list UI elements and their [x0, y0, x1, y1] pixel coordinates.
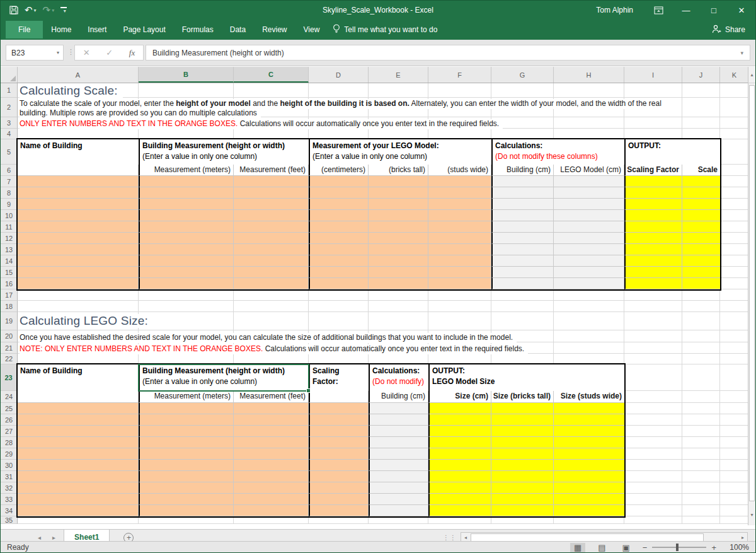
- grid-cell[interactable]: [554, 301, 624, 312]
- grid-cell[interactable]: [720, 139, 749, 165]
- table-cell[interactable]: [624, 210, 682, 221]
- grid-cell[interactable]: [624, 364, 682, 391]
- table-cell[interactable]: LEGO Model (cm): [554, 165, 624, 176]
- grid-cell[interactable]: [624, 482, 682, 494]
- table-cell[interactable]: [234, 482, 309, 494]
- header-name-of-building[interactable]: Name of Building: [18, 364, 139, 391]
- grid-cell[interactable]: [720, 403, 749, 414]
- table-cell[interactable]: [369, 414, 428, 426]
- grid-cell[interactable]: [309, 289, 369, 301]
- table-cell[interactable]: (bricks tall): [369, 165, 428, 176]
- table-cell[interactable]: [428, 482, 491, 494]
- table-cell[interactable]: [18, 165, 139, 176]
- table-cell[interactable]: [139, 494, 234, 505]
- table-cell[interactable]: [369, 426, 428, 437]
- table-cell[interactable]: [234, 448, 309, 460]
- table-cell[interactable]: Scale: [682, 165, 720, 176]
- header-lego-measurement[interactable]: Measurement of your LEGO Model:(Enter a …: [309, 139, 491, 165]
- table-cell[interactable]: [554, 403, 624, 414]
- column-header-H[interactable]: H: [554, 67, 624, 83]
- table-cell[interactable]: [18, 255, 139, 267]
- formula-bar-expand-icon[interactable]: ▾: [740, 50, 743, 56]
- grid-cell[interactable]: [720, 129, 749, 139]
- table-cell[interactable]: [309, 494, 369, 505]
- table-cell[interactable]: [369, 437, 428, 448]
- table-cell[interactable]: [18, 210, 139, 221]
- row-header-9[interactable]: 9: [1, 199, 18, 210]
- grid-cell[interactable]: [491, 301, 554, 312]
- table-cell[interactable]: [18, 460, 139, 471]
- grid-cell[interactable]: [720, 426, 749, 437]
- row-header-25[interactable]: 25: [1, 403, 18, 414]
- maximize-button[interactable]: □: [700, 1, 728, 20]
- zoom-out-icon[interactable]: −: [643, 543, 648, 552]
- table-cell[interactable]: [624, 176, 682, 187]
- table-cell[interactable]: [369, 233, 428, 244]
- table-cell[interactable]: [139, 448, 234, 460]
- table-cell[interactable]: [491, 187, 554, 199]
- grid-cell[interactable]: [682, 494, 720, 505]
- row-header-16[interactable]: 16: [1, 278, 18, 289]
- table-cell[interactable]: [234, 278, 309, 289]
- grid-cell[interactable]: [720, 301, 749, 312]
- table-cell[interactable]: [234, 187, 309, 199]
- table-cell[interactable]: Size (cm): [428, 391, 491, 403]
- table-cell[interactable]: [624, 267, 682, 278]
- grid-cell[interactable]: [624, 289, 682, 301]
- table-cell[interactable]: [139, 403, 234, 414]
- header-output[interactable]: OUTPUT:LEGO Model Size: [428, 364, 624, 391]
- name-box-dropdown-icon[interactable]: ▾: [57, 50, 59, 55]
- column-header-D[interactable]: D: [309, 67, 369, 83]
- row-header-22[interactable]: 22: [1, 354, 18, 364]
- insert-function-icon[interactable]: fx: [129, 48, 135, 58]
- column-header-C[interactable]: C: [234, 67, 309, 83]
- table-cell[interactable]: [554, 221, 624, 233]
- table-cell[interactable]: [309, 471, 369, 482]
- table-cell[interactable]: Measurement (meters): [139, 391, 234, 403]
- table-cell[interactable]: [554, 437, 624, 448]
- table-cell[interactable]: [309, 210, 369, 221]
- table-cell[interactable]: Building (cm): [369, 391, 428, 403]
- table-cell[interactable]: [624, 199, 682, 210]
- row-header-21[interactable]: 21: [1, 342, 18, 354]
- table-cell[interactable]: [554, 233, 624, 244]
- tab-formulas[interactable]: Formulas: [174, 21, 222, 38]
- table-cell[interactable]: [18, 448, 139, 460]
- table-cell[interactable]: [624, 187, 682, 199]
- grid-cell[interactable]: [682, 391, 720, 403]
- grid-cell[interactable]: [682, 505, 720, 516]
- table-cell[interactable]: [369, 471, 428, 482]
- tab-data[interactable]: Data: [222, 21, 254, 38]
- table-cell[interactable]: [428, 505, 491, 516]
- grid-cell[interactable]: [369, 83, 428, 98]
- formula-input[interactable]: Building Measurement (height or width) ▾: [146, 45, 750, 61]
- row-header-19[interactable]: 19: [1, 312, 18, 330]
- grid-cell[interactable]: [624, 354, 682, 364]
- grid-cell[interactable]: [428, 289, 491, 301]
- grid-cell[interactable]: [234, 83, 309, 98]
- table-cell[interactable]: [18, 176, 139, 187]
- table-cell[interactable]: [234, 505, 309, 516]
- grid-cell[interactable]: [720, 516, 749, 524]
- grid-cell[interactable]: [720, 312, 749, 330]
- table-cell[interactable]: [139, 505, 234, 516]
- table-cell[interactable]: [18, 505, 139, 516]
- grid-cell[interactable]: [682, 289, 720, 301]
- row-header-26[interactable]: 26: [1, 414, 18, 426]
- table-cell[interactable]: Size (bricks tall): [491, 391, 554, 403]
- table-cell[interactable]: [428, 437, 491, 448]
- table-cell[interactable]: [139, 426, 234, 437]
- grid-cell[interactable]: [234, 312, 309, 330]
- table-cell[interactable]: Building (cm): [491, 165, 554, 176]
- table-cell[interactable]: Size (studs wide): [554, 391, 624, 403]
- table-cell[interactable]: [428, 448, 491, 460]
- table-cell[interactable]: [624, 255, 682, 267]
- grid-cell[interactable]: [720, 210, 749, 221]
- table-cell[interactable]: [624, 278, 682, 289]
- table-cell[interactable]: [309, 244, 369, 255]
- grid-cell[interactable]: [720, 414, 749, 426]
- table-cell[interactable]: [18, 221, 139, 233]
- select-all-corner[interactable]: [1, 67, 18, 83]
- grid-cell[interactable]: [624, 494, 682, 505]
- table-cell[interactable]: [682, 176, 720, 187]
